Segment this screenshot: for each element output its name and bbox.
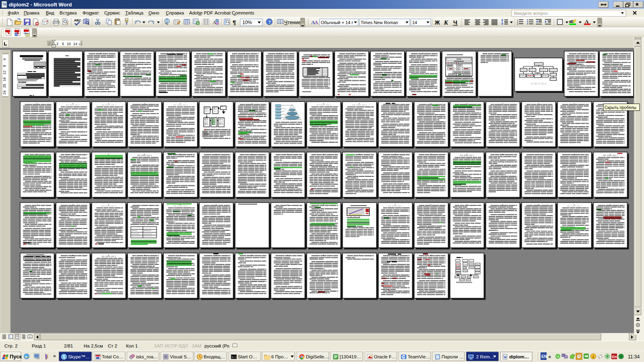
- svg-text:На 2,5см: На 2,5см: [84, 343, 103, 348]
- svg-text:20: 20: [2, 84, 6, 88]
- svg-text:isks_roa…: isks_roa…: [136, 354, 158, 359]
- svg-text:En: En: [612, 355, 617, 359]
- svg-text:Вид: Вид: [46, 10, 54, 15]
- svg-text:8: 8: [2, 65, 6, 67]
- svg-text:Start O…: Start O…: [238, 354, 257, 359]
- svg-text:ABC: ABC: [74, 19, 81, 22]
- svg-text:Чтение: Чтение: [284, 20, 301, 25]
- svg-text:12: 12: [2, 70, 6, 74]
- svg-text:Acrobat Comments: Acrobat Comments: [215, 10, 254, 15]
- svg-text:C:\: C:\: [232, 356, 236, 359]
- svg-text:2: 2: [56, 42, 58, 46]
- svg-text:14: 14: [412, 20, 417, 25]
- svg-text:Кол 1: Кол 1: [126, 343, 138, 348]
- svg-text:TeamVie…: TeamVie…: [408, 354, 430, 359]
- svg-text:ЗАМ: ЗАМ: [192, 343, 201, 348]
- svg-text:diplom2 - Microsoft Word: diplom2 - Microsoft Word: [9, 2, 72, 8]
- svg-text:2/81: 2/81: [64, 343, 73, 348]
- svg-text:Вставка: Вставка: [60, 10, 77, 15]
- svg-text:Разд 1: Разд 1: [32, 343, 46, 348]
- svg-text:e: e: [25, 354, 27, 359]
- svg-text:[130419…: [130419…: [340, 354, 361, 359]
- svg-text:S: S: [63, 355, 66, 359]
- svg-text:¶: ¶: [233, 19, 236, 26]
- svg-text:Skype™…: Skype™…: [68, 354, 90, 359]
- svg-text:24: 24: [2, 90, 6, 95]
- svg-text:10: 10: [67, 42, 71, 46]
- svg-text:Times New Roman: Times New Roman: [361, 20, 398, 25]
- svg-text:1: 1: [592, 355, 594, 359]
- svg-text:Окно: Окно: [149, 10, 159, 15]
- svg-text:6: 6: [62, 42, 64, 46]
- svg-text:Visual S…: Visual S…: [170, 354, 191, 359]
- svg-text:ВДЛ: ВДЛ: [179, 343, 188, 348]
- svg-text:Введите вопрос: Введите вопрос: [514, 11, 548, 16]
- svg-text:Ж: Ж: [434, 19, 440, 26]
- svg-text:Таблица: Таблица: [125, 10, 144, 15]
- svg-text:Ст 2: Ст 2: [108, 343, 117, 348]
- svg-text:Adobe PDF: Adobe PDF: [189, 10, 213, 15]
- svg-text:2: 2: [48, 42, 50, 46]
- svg-text:3: 3: [517, 23, 518, 25]
- svg-text:Скрыть пробелы: Скрыть пробелы: [605, 105, 636, 110]
- svg-text:«: «: [548, 354, 551, 360]
- svg-text:А: А: [314, 19, 318, 25]
- svg-text:EN: EN: [541, 354, 547, 359]
- svg-text:Обычный + 14 г: Обычный + 14 г: [321, 20, 353, 25]
- svg-text:14: 14: [73, 42, 77, 46]
- svg-text:ЗАП: ЗАП: [154, 343, 163, 348]
- svg-text:?: ?: [268, 20, 271, 25]
- svg-text:10%: 10%: [242, 20, 252, 25]
- svg-text:»: »: [53, 353, 56, 359]
- svg-text:Пароли …: Пароли …: [442, 354, 464, 359]
- svg-text:Total Co…: Total Co…: [102, 354, 124, 359]
- svg-text:ИСПР: ИСПР: [165, 343, 178, 348]
- svg-text:А: А: [585, 19, 589, 25]
- svg-text:К: К: [444, 19, 448, 26]
- svg-text:DigiSelle…: DigiSelle…: [306, 354, 329, 359]
- svg-text:русский (Ро: русский (Ро: [204, 343, 229, 348]
- svg-text:Пуск: Пуск: [10, 354, 22, 360]
- svg-text:Сервис: Сервис: [104, 10, 120, 15]
- svg-text:Правка: Правка: [24, 10, 39, 15]
- svg-text:Формат: Формат: [83, 10, 99, 15]
- svg-text:Входящ…: Входящ…: [204, 354, 225, 359]
- svg-text:4: 4: [2, 58, 6, 60]
- svg-text:11:34: 11:34: [628, 354, 640, 360]
- svg-text:16: 16: [2, 77, 6, 81]
- svg-text:Ч: Ч: [453, 19, 457, 26]
- svg-text:Справка: Справка: [166, 10, 184, 15]
- svg-text:W: W: [3, 2, 7, 6]
- svg-text:6 Про…: 6 Про…: [271, 354, 288, 359]
- svg-text:Oracle F…: Oracle F…: [374, 354, 396, 359]
- svg-text:Стр. 2: Стр. 2: [4, 343, 18, 348]
- svg-text:2 Rem…: 2 Rem…: [476, 354, 494, 359]
- svg-text:Файл: Файл: [8, 10, 19, 15]
- svg-text:diplom…: diplom…: [509, 354, 529, 359]
- svg-text:W: W: [504, 355, 507, 359]
- svg-text:X: X: [197, 21, 199, 25]
